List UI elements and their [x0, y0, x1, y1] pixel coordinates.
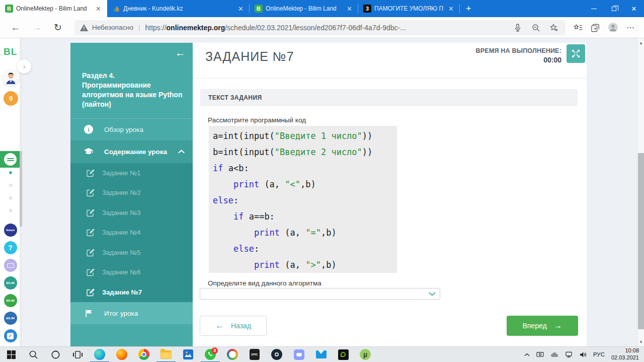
- discord-taskbar-icon[interactable]: [288, 347, 310, 362]
- tab-close-icon[interactable]: ✕: [94, 5, 103, 13]
- itest-icon[interactable]: ✓: [4, 329, 17, 342]
- refresh-button[interactable]: ↻: [50, 20, 65, 35]
- photos-taskbar-icon[interactable]: [177, 347, 199, 362]
- nvidia-taskbar-icon[interactable]: [332, 347, 354, 362]
- search-taskbar-icon[interactable]: [22, 347, 44, 362]
- browser-tab[interactable]: BOnlineMektep - Bilim Land✕: [250, 0, 358, 17]
- browser-tab[interactable]: BOnlineMektep - Bilim Land✕: [0, 0, 107, 17]
- address-bar[interactable]: Небезопасно | https://onlinemektep.org/s…: [74, 20, 566, 35]
- tray-expand-icon[interactable]: [524, 353, 530, 356]
- task-label: Задание №1: [102, 169, 140, 177]
- chrome-taskbar-icon[interactable]: [133, 347, 155, 362]
- window-controls: ✕: [584, 0, 644, 17]
- task-label: Задание №6: [102, 268, 140, 276]
- help-icon[interactable]: ?: [4, 241, 17, 254]
- add-favorite-icon[interactable]: [549, 23, 558, 32]
- minimize-button[interactable]: [584, 0, 604, 17]
- notification-badge[interactable]: 0: [4, 91, 18, 106]
- sidebar-task-item[interactable]: Задание №5: [70, 243, 193, 263]
- back-nav-button[interactable]: ←: [8, 20, 23, 35]
- bilim-group-icon[interactable]: BILIM: [4, 312, 17, 325]
- back-button-label: Назад: [231, 322, 251, 330]
- url-scheme: https://: [145, 24, 167, 32]
- next-button[interactable]: Вперед →: [507, 316, 578, 336]
- epic-games-taskbar-icon[interactable]: EPIC: [244, 347, 266, 362]
- cortana-taskbar-icon[interactable]: [44, 347, 66, 362]
- new-tab-button[interactable]: +: [460, 4, 478, 17]
- chevron-down-icon: [429, 292, 436, 296]
- task-label: Задание №5: [102, 249, 140, 256]
- user-avatar[interactable]: [3, 69, 19, 86]
- sidebar-item-contents[interactable]: Содержание урока: [70, 140, 193, 163]
- fullscreen-button[interactable]: [567, 44, 585, 63]
- expand-icon: [572, 49, 580, 58]
- sidebar-task-item[interactable]: Задание №6: [70, 262, 193, 282]
- utorrent-taskbar-icon[interactable]: µ: [354, 347, 376, 362]
- onedrive-cloud-icon[interactable]: [550, 352, 558, 357]
- cast-display-icon[interactable]: [536, 351, 544, 358]
- task-edit-icon: [87, 169, 95, 177]
- url-host: onlinemektep.org: [167, 24, 225, 32]
- close-button[interactable]: ✕: [624, 0, 644, 17]
- ubisoft-taskbar-icon[interactable]: [221, 347, 244, 362]
- browser-tab[interactable]: 3ПАМОГИТЕ УМОЛЯЮ ПЖЖЖ✕: [358, 0, 460, 17]
- zoom-out-icon[interactable]: [531, 23, 540, 32]
- code-block: a=int(input("Введите 1 число"))b=int(inp…: [209, 126, 397, 273]
- microphone-icon[interactable]: [513, 23, 522, 32]
- sidebar-item-overview[interactable]: i Обзор урока: [70, 119, 193, 140]
- sidebar-task-item[interactable]: Задание №7: [70, 282, 193, 303]
- favorites-bar-icon[interactable]: [574, 23, 583, 32]
- file-explorer-taskbar-icon[interactable]: [155, 347, 177, 362]
- collections-icon[interactable]: [591, 23, 600, 32]
- tab-close-icon[interactable]: ✕: [236, 5, 246, 13]
- language-indicator[interactable]: РУС: [593, 351, 605, 357]
- rail-dot: [9, 196, 12, 199]
- bilim-media-icon[interactable]: BILIM: [4, 276, 17, 289]
- sidebar-task-item[interactable]: Задание №3: [70, 203, 193, 223]
- code-line: if a==b:: [213, 208, 397, 225]
- firefox-taskbar-icon[interactable]: [111, 347, 133, 362]
- forward-nav-button[interactable]: →: [29, 20, 44, 35]
- keyboard-icon[interactable]: [4, 259, 17, 272]
- sidebar-task-item[interactable]: Задание №2: [70, 183, 193, 203]
- rail-expand-handle[interactable]: ›: [17, 59, 31, 74]
- scroll-up-arrow-icon[interactable]: ▲: [637, 39, 644, 46]
- profile-avatar[interactable]: [608, 22, 618, 33]
- edge-taskbar-icon[interactable]: [89, 347, 111, 362]
- arrow-left-icon: ←: [215, 321, 224, 331]
- sidebar-task-item[interactable]: Задание №4: [70, 223, 193, 243]
- sidebar-collapse-arrow-icon[interactable]: ←: [175, 47, 186, 59]
- tab-close-icon[interactable]: ✕: [446, 5, 456, 13]
- warning-icon: [79, 23, 89, 32]
- smart-nation-icon[interactable]: Smart: [4, 224, 17, 237]
- task-panel: ЗАДАНИЕ №7 ВРЕМЯ НА ВЫПОЛНЕНИЕ: 00:00 ТЕ…: [193, 43, 587, 346]
- steam-taskbar-icon[interactable]: [266, 347, 288, 362]
- start-taskbar-icon[interactable]: [0, 347, 22, 362]
- timer: ВРЕМЯ НА ВЫПОЛНЕНИЕ: 00:00: [476, 47, 561, 64]
- graduation-cap-icon: [83, 146, 94, 157]
- scrollbar-thumb[interactable]: [638, 153, 644, 329]
- separator: |: [138, 24, 140, 31]
- restore-button[interactable]: [604, 0, 624, 17]
- volume-icon[interactable]: [579, 351, 587, 358]
- bilim-land-icon[interactable]: BILIM: [4, 294, 17, 307]
- task-view-taskbar-icon[interactable]: [66, 347, 89, 362]
- sidebar-task-item[interactable]: Задание №1: [70, 163, 193, 183]
- tab-close-icon[interactable]: ✕: [345, 5, 354, 13]
- whatsapp-taskbar-icon[interactable]: 3: [199, 347, 221, 362]
- clock[interactable]: 10:08 02.03.2021: [611, 347, 639, 361]
- more-menu-icon[interactable]: ⋯: [626, 23, 635, 32]
- code-line: print (a, "=",b): [213, 225, 397, 241]
- mail-taskbar-icon[interactable]: [310, 347, 332, 362]
- network-icon[interactable]: [565, 351, 573, 358]
- page-scrollbar[interactable]: ▲ ▼: [637, 38, 644, 346]
- sidebar-item-summary[interactable]: Итог урока: [70, 302, 193, 324]
- task-edit-icon: [87, 248, 95, 257]
- scroll-down-arrow-icon[interactable]: ▼: [637, 338, 644, 345]
- tab-title: ПАМОГИТЕ УМОЛЯЮ ПЖЖЖ: [374, 5, 443, 12]
- school-banner[interactable]: [0, 151, 21, 168]
- rail-scrollbar[interactable]: [20, 38, 22, 346]
- answer-select[interactable]: [200, 288, 440, 300]
- back-button[interactable]: ← Назад: [200, 316, 267, 336]
- browser-tab[interactable]: Дневник - Kundelik.kz✕: [107, 0, 250, 17]
